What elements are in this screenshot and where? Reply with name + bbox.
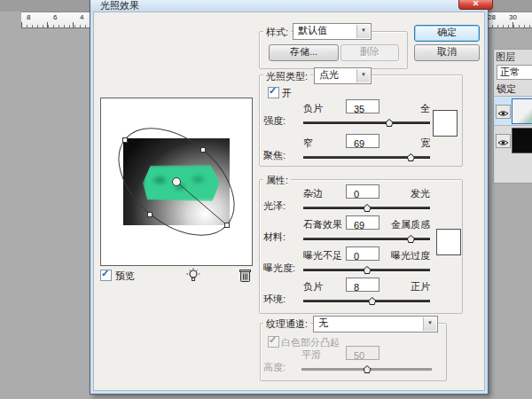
slider-max-label: 金属质感 <box>391 218 430 231</box>
height-value-box <box>346 346 379 360</box>
material-thumb[interactable] <box>407 235 415 243</box>
material-track[interactable] <box>303 238 430 241</box>
properties-label: 属性: <box>263 174 291 187</box>
light-handle[interactable] <box>225 223 230 228</box>
eye-icon[interactable] <box>496 134 511 148</box>
gloss-thumb[interactable] <box>364 204 372 212</box>
preview-frame <box>100 98 253 266</box>
lighting-effects-dialog: 光照效果 ✕ 预览 <box>90 0 489 395</box>
gloss-slider-row: 光泽: 杂边 发光 <box>263 187 434 215</box>
height-track[interactable] <box>301 368 432 372</box>
intensity-value-box <box>346 99 379 113</box>
exposure-input[interactable] <box>347 250 386 262</box>
style-dropdown[interactable]: 默认值 ▼ <box>293 23 372 40</box>
slider-label: 高度: <box>263 361 286 374</box>
slider-max-label: 全 <box>420 102 430 115</box>
ambience-thumb[interactable] <box>368 297 376 305</box>
material-input[interactable] <box>347 219 386 231</box>
ambience-input[interactable] <box>347 281 386 293</box>
chevron-down-icon[interactable]: ▼ <box>356 69 370 82</box>
screen: 8 6 4 28 30 图层 正常 锁定 <box>0 0 532 399</box>
intensity-track[interactable] <box>303 121 430 125</box>
ambience-track[interactable] <box>303 300 430 303</box>
gloss-input[interactable] <box>347 188 386 200</box>
delete-button[interactable]: 删除 <box>340 44 399 61</box>
layer-thumbnail[interactable] <box>512 128 532 153</box>
texture-channel-dropdown[interactable]: 无 ▼ <box>313 316 438 332</box>
texture-channel-label: 纹理通道: <box>263 317 310 331</box>
light-handle[interactable] <box>148 213 153 217</box>
white-is-high-checkbox[interactable] <box>268 336 279 348</box>
close-icon[interactable]: ✕ <box>458 0 493 10</box>
layers-tab[interactable]: 图层 <box>496 51 515 64</box>
save-button[interactable]: 存储... <box>269 44 339 61</box>
chevron-down-icon[interactable]: ▼ <box>356 25 370 38</box>
ambience-slider-row: 环境: 负片 正片 <box>263 280 434 309</box>
slider-min-label: 负片 <box>303 102 323 115</box>
focus-thumb[interactable] <box>407 153 415 161</box>
slider-label: 环境: <box>263 293 286 306</box>
dialog-titlebar[interactable]: 光照效果 ✕ <box>90 0 488 12</box>
slider-min-label: 曝光不足 <box>303 249 342 262</box>
ok-button[interactable]: 确定 <box>414 25 480 42</box>
preview-checkbox[interactable] <box>100 270 112 281</box>
exposure-track[interactable] <box>303 269 430 272</box>
gloss-track[interactable] <box>303 207 430 210</box>
material-color-swatch[interactable] <box>436 229 461 255</box>
exposure-value-box <box>346 246 379 261</box>
slider-max-label: 正片 <box>411 280 430 293</box>
focus-track[interactable] <box>303 156 430 160</box>
height-slider-row: 高度: 平滑 <box>263 348 434 377</box>
slider-label: 强度: <box>263 114 286 128</box>
height-input[interactable] <box>347 349 386 362</box>
ruler-ticks <box>21 22 91 27</box>
texture-channel-value: 无 <box>318 317 328 328</box>
layer-row[interactable] <box>494 125 532 154</box>
ambience-value-box <box>346 278 379 292</box>
ruler-ticks <box>487 22 532 27</box>
trash-icon[interactable] <box>239 268 254 284</box>
slider-max-label: 发光 <box>411 187 430 200</box>
layer-thumbnail[interactable] <box>512 98 532 124</box>
light-color-swatch[interactable] <box>433 110 458 137</box>
light-on-checkbox[interactable] <box>268 87 279 98</box>
chevron-down-icon[interactable]: ▼ <box>423 317 436 331</box>
blend-mode-dropdown[interactable]: 正常 <box>497 65 532 80</box>
ruler-horizontal-right: 28 30 <box>487 12 532 28</box>
eye-icon[interactable] <box>496 105 511 119</box>
slider-max-label: 宽 <box>420 137 430 150</box>
preview-checkbox-label: 预览 <box>115 270 135 283</box>
light-handle[interactable] <box>201 148 206 153</box>
intensity-input[interactable] <box>347 103 386 115</box>
gloss-value-box <box>346 184 379 199</box>
cancel-button[interactable]: 取消 <box>414 44 480 61</box>
focus-slider-row: 聚焦: 窄 宽 <box>263 137 434 165</box>
slider-label: 曝光度: <box>263 262 295 275</box>
material-slider-row: 材料: 石膏效果 金属质感 <box>263 218 434 246</box>
intensity-thumb[interactable] <box>386 119 394 127</box>
layer-row[interactable] <box>494 96 532 125</box>
light-center-handle[interactable] <box>173 178 181 186</box>
ruler-number: 6 <box>53 13 57 21</box>
light-type-dropdown[interactable]: 点光 ▼ <box>314 67 372 84</box>
ruler-number: 30 <box>509 13 517 21</box>
intensity-slider-row: 强度: 负片 全 <box>263 102 434 130</box>
light-bulb-icon[interactable] <box>185 268 201 284</box>
light-type-value: 点光 <box>319 69 339 80</box>
slider-min-label: 窄 <box>303 137 313 150</box>
light-on-label: 开 <box>282 87 292 100</box>
ruler-number: 4 <box>80 13 83 21</box>
lock-label: 锁定 <box>497 82 516 96</box>
slider-label: 聚焦: <box>263 149 286 162</box>
height-thumb[interactable] <box>364 365 372 373</box>
light-ellipse-widget[interactable] <box>101 98 252 265</box>
focus-input[interactable] <box>347 137 386 150</box>
exposure-thumb[interactable] <box>364 266 372 274</box>
slider-min-label: 杂边 <box>303 187 323 200</box>
ruler-number: 8 <box>27 13 30 21</box>
style-dropdown-value: 默认值 <box>298 25 327 35</box>
material-value-box <box>346 215 379 230</box>
focus-value-box <box>346 134 379 148</box>
light-type-label: 光照类型: <box>263 70 310 83</box>
light-handle[interactable] <box>123 138 128 143</box>
